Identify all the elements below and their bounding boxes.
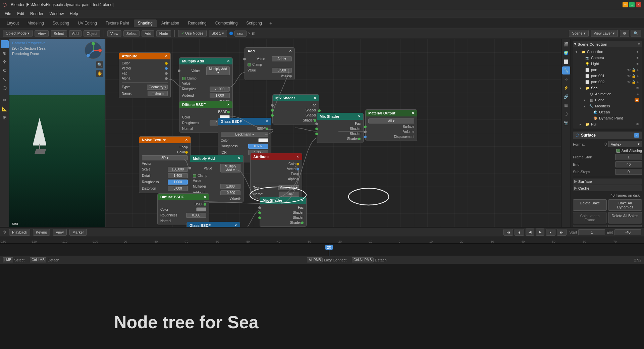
play-btn[interactable]: ▶	[536, 229, 544, 236]
minimize-button[interactable]: ─	[623, 2, 628, 7]
socket-attr2-color-out[interactable]	[297, 163, 299, 165]
tab-layout[interactable]: Layout	[3, 19, 23, 27]
node-attribute2[interactable]: Attribute ✕ Color Vector Fac Alpha	[250, 153, 302, 199]
next-frame-btn[interactable]: ⏵	[546, 229, 555, 236]
node-noise-distort[interactable]: 0.000	[168, 186, 188, 191]
socket-mix2-fac-in[interactable]	[258, 206, 261, 209]
viewport-pan-btn[interactable]: ✋	[96, 70, 103, 77]
node-noise-detail[interactable]: 1.400	[168, 173, 188, 178]
surface-active-toggle[interactable]: ✓	[634, 133, 639, 138]
prop-icon-material[interactable]: ⬡	[562, 110, 570, 118]
collection-light[interactable]: 💡 Light 👁	[574, 61, 641, 67]
tab-shading[interactable]: Shading	[134, 19, 157, 27]
socket-attr1-fac-out[interactable]	[165, 72, 168, 75]
jump-end-btn[interactable]: ⏭	[557, 229, 567, 236]
socket-attr1-alpha-out[interactable]	[165, 77, 168, 80]
format-dropdown[interactable]: Vertex ▾	[608, 141, 642, 147]
prop-icon-world[interactable]: 🌍	[562, 49, 570, 57]
tab-texture-paint[interactable]: Texture Paint	[102, 19, 133, 27]
socket-add1-out[interactable]	[289, 75, 292, 78]
socket-mix2-sh1-in[interactable]	[258, 211, 261, 214]
socket-ma1-value-in[interactable]	[178, 69, 180, 72]
tool-move[interactable]: ✛	[1, 58, 9, 66]
prop-icon-physics[interactable]: ⚡	[562, 84, 570, 92]
cache-section-header[interactable]: Cache	[573, 185, 642, 191]
update-all-to-frame-btn[interactable]: Update All to Frame	[608, 225, 642, 227]
bake-all-dynamics-btn[interactable]: Bake All Dynamics	[608, 199, 642, 211]
delete-all-bakes-btn[interactable]: Delete All Bakes	[608, 212, 642, 223]
close-button[interactable]: ✕	[636, 2, 641, 7]
node-noise-rough[interactable]: 1.000	[168, 180, 188, 185]
node-mix-shader2[interactable]: Mix Shader ✕ Fac Shader Shader Shader	[260, 197, 307, 227]
viewport-gizmo[interactable]: Z	[83, 40, 103, 60]
viewport-zoom-btn[interactable]: 🔍	[96, 61, 103, 68]
editor-type-btn[interactable]: ⚙	[620, 30, 629, 37]
node-add-btn[interactable]: Add	[142, 30, 154, 37]
node-ma2-mult[interactable]: 1.800	[220, 184, 240, 189]
socket-matout-disp-in[interactable]	[364, 136, 367, 138]
delete-bake-btn[interactable]: Delete Bake	[573, 199, 607, 211]
node-node-btn[interactable]: Node	[156, 30, 171, 37]
tool-scale[interactable]: ⤡	[1, 75, 9, 83]
prop-icon-render[interactable]: 📷	[562, 119, 570, 127]
node-ma1-mult[interactable]: -1.000	[210, 87, 230, 92]
view-menu[interactable]: View	[35, 30, 49, 37]
socket-mix1-shader1-in[interactable]	[271, 109, 274, 112]
tool-cursor[interactable]: ⊕	[1, 49, 9, 57]
node-matout-dropdown[interactable]: All ▾	[368, 118, 414, 123]
node-attribute1[interactable]: Attribute ✕ Color Vector Fac Alpha	[119, 52, 171, 98]
color-swatch-diffuse2[interactable]	[196, 207, 206, 211]
object-menu[interactable]: Object	[84, 30, 100, 37]
socket-diffuse2-bsdf-out[interactable]	[204, 203, 206, 206]
tab-modeling[interactable]: Modeling	[23, 19, 48, 27]
keying-btn[interactable]: Keying	[33, 229, 50, 236]
collection-plane[interactable]: ▾ ▦ Plane ◉	[574, 97, 641, 103]
node-noise-texture[interactable]: Noise Texture ✕ Fac Color 3D ▾ Vector	[139, 136, 191, 193]
jump-start-btn[interactable]: ⏮	[503, 229, 513, 236]
socket-ma2-in[interactable]	[189, 167, 191, 169]
prev-frame-btn[interactable]: ⏴	[515, 229, 524, 236]
search-btn[interactable]: 🔍	[631, 30, 641, 37]
add-workspace-button[interactable]: +	[267, 19, 275, 27]
node-ma2-dropdown[interactable]: Multiply Add ▾	[220, 164, 240, 172]
collection-modifiers[interactable]: ▾ 🔧 Modifiers	[574, 103, 641, 109]
node-ma1-clamp-check[interactable]	[182, 77, 185, 80]
socket-glass1-bsdf-out[interactable]	[266, 128, 268, 130]
socket-attr2-fac-out[interactable]	[297, 173, 299, 176]
tool-rotate[interactable]: ↻	[1, 66, 9, 74]
node-mix-shader1[interactable]: Mix Shader ✕ Fac Shader Shader	[272, 94, 319, 124]
tool-add[interactable]: ⊞	[1, 113, 9, 121]
prop-icon-constraints[interactable]: 🔗	[562, 93, 570, 101]
node-glass1-rough[interactable]: 0.692	[248, 144, 268, 149]
collection-port002[interactable]: ⬜ port.002 👁 🔒 ↩	[574, 79, 641, 85]
viewport-mode-dropdown[interactable]: Object Mode ▾	[3, 30, 33, 37]
socket-mix3-out[interactable]	[358, 138, 361, 140]
sub-steps-value[interactable]: 0	[615, 169, 642, 175]
prop-icon-particles[interactable]: ⊹	[562, 75, 570, 83]
node-ma1-dropdown[interactable]: Multiply Add ▾	[206, 66, 230, 75]
socket-attr2-vector-out[interactable]	[297, 168, 299, 170]
node-add1-val[interactable]: 0.500	[272, 68, 292, 73]
tool-select[interactable]: ⬚	[1, 40, 9, 48]
node-view-btn[interactable]: View	[107, 30, 121, 37]
socket-mix2-out[interactable]	[301, 221, 304, 224]
node-glass2[interactable]: Glass BSDF ✕ BSDF Beckmann ▾ Color Rough…	[186, 222, 240, 227]
node-add1-clamp[interactable]	[248, 63, 251, 66]
view-timeline-btn[interactable]: View	[53, 229, 67, 236]
socket-add1-in[interactable]	[243, 58, 246, 60]
socket-mix3-fac-in[interactable]	[315, 122, 318, 125]
frame-start-value[interactable]: 1	[615, 154, 642, 160]
use-nodes-toggle[interactable]: ✓ Use Nodes	[178, 30, 206, 37]
menu-window[interactable]: Window	[47, 11, 66, 17]
prop-icon-object[interactable]: ⬜	[562, 58, 570, 66]
collection-ocean[interactable]: 🌊 Ocean	[574, 109, 641, 115]
filter-btn[interactable]: ▼	[637, 42, 641, 46]
tab-rendering[interactable]: Rendering	[184, 19, 210, 27]
tool-transform[interactable]: ⬡	[1, 84, 9, 92]
material-field[interactable]: 🔵 sea ✕ ◧	[229, 31, 255, 37]
socket-noise-color-out[interactable]	[185, 151, 188, 154]
socket-matout-surface-in[interactable]	[364, 126, 367, 128]
tl-start-val[interactable]: 1	[578, 229, 605, 235]
tool-measure[interactable]: 📐	[1, 105, 9, 113]
node-ma2-clamp[interactable]	[193, 174, 196, 178]
